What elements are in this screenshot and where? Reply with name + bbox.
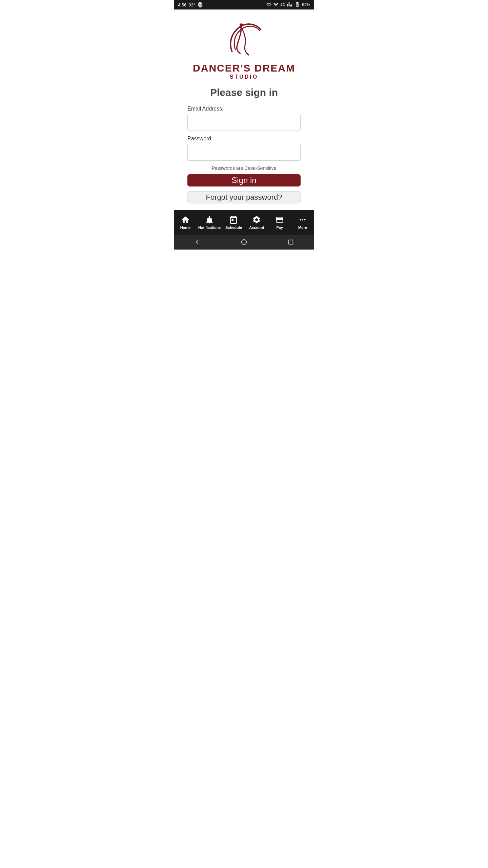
nav-label-more: More <box>298 225 307 230</box>
logo-area: DANCER'S DREAM STUDIO <box>193 20 295 80</box>
svg-point-1 <box>240 23 243 27</box>
battery-percent: 64% <box>302 2 310 7</box>
case-sensitive-note: Passwords are Case-Sensitive <box>212 165 277 171</box>
status-temp: 93° <box>188 2 195 7</box>
nav-label-home: Home <box>180 225 191 230</box>
email-form-group: Email Address: <box>187 106 301 131</box>
password-input[interactable] <box>187 144 301 161</box>
nav-label-notifications: Notifications <box>198 225 221 230</box>
status-time: 4:56 <box>178 2 186 7</box>
nav-item-pay[interactable]: Pay <box>268 210 291 235</box>
nav-item-home[interactable]: Home <box>174 210 197 235</box>
skull-icon: 💀 <box>197 2 203 7</box>
account-icon <box>252 215 261 224</box>
nav-item-schedule[interactable]: Schedule <box>222 210 245 235</box>
nav-label-account: Account <box>249 225 264 230</box>
bottom-nav: Home Notifications Schedule Account Pay … <box>174 210 314 235</box>
nav-item-account[interactable]: Account <box>245 210 268 235</box>
home-button[interactable] <box>238 236 250 248</box>
network-icon: 4G <box>280 3 285 7</box>
nav-item-notifications[interactable]: Notifications <box>197 210 222 235</box>
app-logo <box>222 20 266 60</box>
svg-rect-3 <box>289 240 293 244</box>
vibrate-icon <box>266 2 271 8</box>
nav-item-more[interactable]: More <box>291 210 314 235</box>
more-icon <box>298 215 307 224</box>
status-left: 4:56 93° 💀 <box>178 2 203 7</box>
pay-icon <box>275 215 284 224</box>
email-label: Email Address: <box>187 106 301 112</box>
recents-button[interactable] <box>285 236 297 248</box>
svg-rect-0 <box>297 3 298 5</box>
status-bar: 4:56 93° 💀 4G 64% <box>174 0 314 9</box>
back-button[interactable] <box>191 236 203 248</box>
battery-icon <box>294 1 300 8</box>
status-right: 4G 64% <box>266 1 310 8</box>
svg-point-2 <box>242 240 247 245</box>
nav-label-pay: Pay <box>276 225 283 230</box>
password-form-group: Password: <box>187 136 301 161</box>
signal-icon <box>287 2 292 8</box>
notifications-icon <box>205 215 214 224</box>
brand-name: DANCER'S DREAM <box>193 63 295 73</box>
wifi-icon <box>273 2 279 8</box>
brand-sub: STUDIO <box>230 74 258 80</box>
nav-label-schedule: Schedule <box>225 225 242 230</box>
main-content: DANCER'S DREAM STUDIO Please sign in Ema… <box>174 9 314 210</box>
email-input[interactable] <box>187 114 301 131</box>
forgot-password-button[interactable]: Forgot your password? <box>187 191 301 203</box>
sign-in-heading: Please sign in <box>210 87 278 98</box>
android-nav-bar <box>174 235 314 250</box>
home-icon <box>181 215 190 224</box>
sign-in-button[interactable]: Sign in <box>187 174 301 186</box>
schedule-icon <box>229 215 238 224</box>
password-label: Password: <box>187 136 301 142</box>
